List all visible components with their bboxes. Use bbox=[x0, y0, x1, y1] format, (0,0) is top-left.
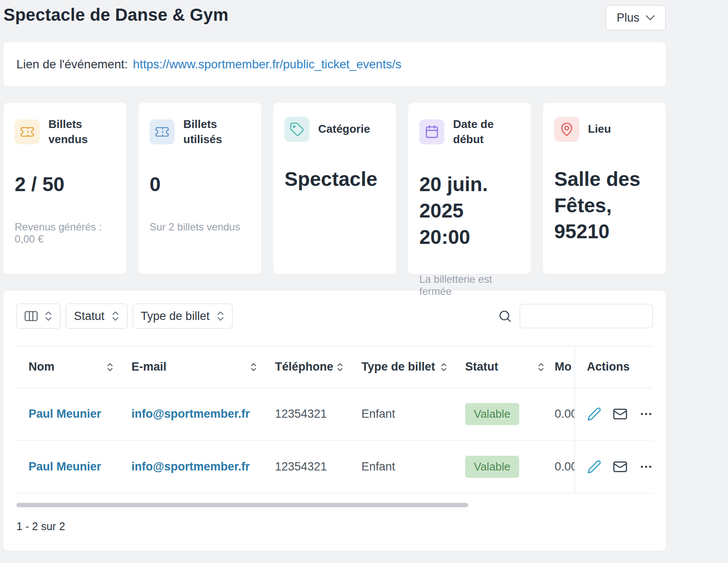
stat-label: Catégorie bbox=[318, 122, 370, 137]
attendee-amount: 0.00 bbox=[550, 441, 575, 493]
stat-card-start-date: Date de début 20 juin. 2025 20:00 La bil… bbox=[408, 103, 531, 274]
attendees-table-card: Statut Type de billet bbox=[3, 291, 666, 551]
sort-icon[interactable] bbox=[441, 362, 447, 372]
page-header: Spectacle de Danse & Gym Plus bbox=[3, 5, 666, 30]
ticket-icon bbox=[150, 119, 175, 144]
attendee-amount: 0.00 bbox=[550, 388, 575, 441]
email-button[interactable] bbox=[613, 459, 628, 474]
column-label: Téléphone bbox=[275, 360, 333, 374]
event-link-card: Lien de l'événement: https://www.sportme… bbox=[3, 42, 666, 86]
sort-icon[interactable] bbox=[337, 362, 343, 372]
table-toolbar: Statut Type de billet bbox=[3, 304, 666, 329]
calendar-icon bbox=[419, 119, 444, 144]
status-filter-label: Statut bbox=[74, 310, 105, 323]
stat-subtext: La billetterie est fermée bbox=[419, 273, 520, 297]
attendee-email-link[interactable]: info@sportmember.fr bbox=[131, 407, 250, 420]
stat-value: Spectacle bbox=[284, 166, 385, 192]
column-label: Mo bbox=[555, 360, 572, 373]
more-actions-button[interactable] bbox=[639, 407, 653, 421]
envelope-icon bbox=[613, 406, 628, 422]
pencil-icon bbox=[587, 407, 601, 421]
stat-card-category: Catégorie Spectacle bbox=[273, 103, 396, 274]
sort-icon[interactable] bbox=[538, 362, 544, 372]
status-badge: Valable bbox=[465, 403, 519, 425]
horizontal-scrollbar-thumb[interactable] bbox=[16, 503, 468, 507]
stat-value: Salle des Fêtes, 95210 bbox=[554, 166, 655, 245]
row-actions bbox=[587, 406, 647, 422]
chevrons-up-down-icon bbox=[112, 310, 119, 322]
stat-value: 20 juin. 2025 20:00 bbox=[419, 171, 520, 250]
edit-button[interactable] bbox=[587, 460, 601, 474]
chevrons-up-down-icon bbox=[45, 310, 52, 322]
search-icon bbox=[498, 309, 512, 323]
ellipsis-icon bbox=[639, 460, 653, 474]
stat-subtext: Sur 2 billets vendus bbox=[150, 221, 250, 233]
status-badge: Valable bbox=[465, 456, 519, 478]
ticket-icon bbox=[15, 119, 40, 144]
ticket-type-filter-button[interactable]: Type de billet bbox=[133, 304, 233, 329]
attendee-name-link[interactable]: Paul Meunier bbox=[29, 460, 101, 473]
stat-card-location: Lieu Salle des Fêtes, 95210 bbox=[543, 103, 666, 274]
ticket-type-filter-label: Type de billet bbox=[141, 310, 210, 323]
stat-card-tickets-sold: Billets vendus 2 / 50 Revenus générés : … bbox=[3, 103, 126, 274]
attendee-name-link[interactable]: Paul Meunier bbox=[29, 407, 101, 420]
attendee-ticket-type: Enfant bbox=[349, 388, 453, 441]
pencil-icon bbox=[587, 460, 601, 474]
sort-icon[interactable] bbox=[107, 362, 113, 372]
column-header-status: Statut bbox=[453, 346, 550, 388]
column-header-ticket-type: Type de billet bbox=[349, 346, 453, 388]
columns-selector-button[interactable] bbox=[16, 304, 61, 329]
table-row: Paul Meunier info@sportmember.fr 1235432… bbox=[16, 388, 653, 441]
page: Spectacle de Danse & Gym Plus Lien de l'… bbox=[3, 0, 666, 551]
stat-label: Billets vendus bbox=[48, 117, 115, 147]
chevrons-up-down-icon bbox=[217, 310, 224, 322]
column-label: Statut bbox=[465, 360, 498, 374]
location-pin-icon bbox=[554, 117, 579, 142]
stats-grid: Billets vendus 2 / 50 Revenus générés : … bbox=[3, 103, 666, 274]
envelope-icon bbox=[613, 459, 628, 474]
search-area bbox=[498, 304, 653, 328]
more-button[interactable]: Plus bbox=[606, 5, 666, 30]
column-label: E-mail bbox=[131, 360, 166, 374]
pagination-info: 1 - 2 sur 2 bbox=[16, 520, 653, 533]
row-actions bbox=[587, 459, 647, 474]
column-header-email: E-mail bbox=[119, 346, 263, 388]
edit-button[interactable] bbox=[587, 407, 601, 421]
stat-label: Date de début bbox=[453, 117, 520, 147]
tag-icon bbox=[284, 117, 310, 142]
stat-label: Lieu bbox=[588, 122, 611, 137]
page-title: Spectacle de Danse & Gym bbox=[3, 5, 229, 25]
table-wrap: Nom E-mail Téléphone Type de billet bbox=[16, 346, 653, 493]
sort-icon[interactable] bbox=[250, 362, 257, 372]
more-button-label: Plus bbox=[616, 11, 639, 25]
column-header-name: Nom bbox=[16, 346, 119, 388]
column-label: Actions bbox=[587, 360, 630, 373]
table-row: Paul Meunier info@sportmember.fr 1235432… bbox=[16, 441, 653, 493]
email-button[interactable] bbox=[613, 406, 628, 422]
column-header-actions: Actions bbox=[575, 346, 653, 388]
more-actions-button[interactable] bbox=[639, 460, 653, 474]
stat-card-tickets-used: Billets utilisés 0 Sur 2 billets vendus bbox=[138, 103, 261, 274]
status-filter-button[interactable]: Statut bbox=[66, 304, 128, 329]
horizontal-scrollbar bbox=[16, 503, 653, 507]
column-label: Nom bbox=[29, 360, 54, 374]
attendee-ticket-type: Enfant bbox=[349, 441, 453, 493]
chevron-down-icon bbox=[645, 15, 655, 21]
event-link[interactable]: https://www.sportmember.fr/public_ticket… bbox=[133, 58, 402, 71]
table-header-row: Nom E-mail Téléphone Type de billet bbox=[16, 346, 653, 388]
stat-value: 0 bbox=[150, 171, 250, 198]
column-label: Type de billet bbox=[361, 360, 435, 374]
event-link-label: Lien de l'événement: bbox=[16, 58, 128, 71]
attendees-table: Nom E-mail Téléphone Type de billet bbox=[16, 346, 653, 493]
stat-label: Billets utilisés bbox=[183, 117, 250, 147]
column-header-amount: Mo bbox=[550, 346, 575, 388]
search-input[interactable] bbox=[520, 304, 653, 328]
attendee-phone: 12354321 bbox=[263, 388, 349, 441]
attendee-phone: 12354321 bbox=[263, 441, 349, 493]
ellipsis-icon bbox=[639, 407, 653, 421]
stat-value: 2 / 50 bbox=[15, 171, 115, 198]
columns-icon bbox=[25, 311, 38, 321]
column-header-phone: Téléphone bbox=[263, 346, 349, 388]
stat-subtext: Revenus générés : 0,00 € bbox=[15, 221, 115, 245]
attendee-email-link[interactable]: info@sportmember.fr bbox=[131, 460, 250, 473]
